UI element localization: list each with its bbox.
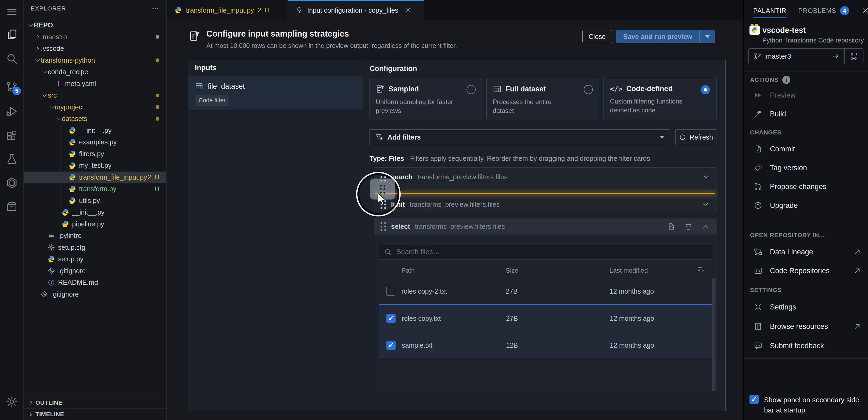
close-tab-icon[interactable]	[405, 7, 411, 13]
settings-gear-icon[interactable]	[0, 392, 24, 411]
card-sampled[interactable]: Sampled Uniform sampling for faster prev…	[370, 78, 482, 119]
git-status-badge: U	[155, 185, 159, 193]
file-row-roles-copy[interactable]: ✓ roles copy.txt 27B 12 months ago	[379, 305, 708, 331]
tree-item-examples-py[interactable]: examples.py	[24, 136, 166, 148]
refresh-button[interactable]: Refresh	[675, 129, 716, 145]
tree-item-transforms-python[interactable]: transforms-python	[24, 55, 166, 66]
filter-icon	[375, 133, 383, 141]
chevron-down-icon[interactable]	[702, 173, 710, 181]
delete-icon[interactable]	[684, 222, 692, 231]
filter-card-limit[interactable]: limit transforms_preview.filters.files	[374, 195, 716, 213]
open-data-lineage[interactable]: Data Lineage	[744, 243, 868, 261]
sort-icon[interactable]	[697, 266, 705, 274]
python-icon	[61, 220, 69, 228]
search-icon[interactable]	[0, 49, 24, 68]
tree-item-gitignore-root[interactable]: .gitignore	[24, 289, 166, 300]
tree-item-vscode[interactable]: .vscode	[24, 43, 166, 55]
tab-palantir[interactable]: PALANTIR	[753, 0, 786, 22]
tree-item-setup-cfg[interactable]: setup.cfg	[24, 242, 166, 253]
palantir-extension-icon[interactable]	[0, 173, 24, 192]
submit-feedback-item[interactable]: Submit feedback	[744, 337, 868, 354]
save-options-dropdown[interactable]	[699, 30, 715, 43]
open-code-repositories[interactable]: Code Repositories	[744, 262, 868, 279]
close-panel-icon[interactable]	[861, 6, 868, 15]
select-card-header[interactable]: select transforms_preview.filters.files	[374, 218, 716, 235]
tree-item-transform-py[interactable]: transform.pyU	[24, 183, 166, 195]
python-icon	[68, 185, 76, 193]
tree-item-repo[interactable]: REPO	[24, 19, 166, 31]
checkbox-unchecked[interactable]	[386, 287, 395, 296]
view-code-icon[interactable]	[667, 222, 675, 231]
filter-card-search[interactable]: search transforms_preview.filters.files	[374, 168, 716, 186]
action-upgrade[interactable]: Upgrade	[744, 197, 868, 214]
tab-problems[interactable]: PROBLEMS4	[798, 0, 849, 22]
explorer-more-icon[interactable]	[151, 5, 159, 12]
tree-item-meta-yaml[interactable]: !meta.yaml	[24, 78, 166, 90]
info-icon[interactable]: i	[782, 76, 790, 84]
editor-area: transform_file_input.py 2, U Input confi…	[166, 0, 743, 420]
search-files-input[interactable]	[396, 248, 707, 256]
tree-item-pylintrc[interactable]: .pylintrc	[24, 230, 166, 242]
settings-item[interactable]: Settings	[744, 298, 868, 316]
startup-checkbox[interactable]: ✓	[749, 395, 758, 404]
checkout-arrow-icon[interactable]	[832, 52, 839, 60]
new-branch-button[interactable]	[844, 49, 863, 64]
tree-item-transform-file-input-py[interactable]: transform_file_input.py2, U	[24, 172, 166, 183]
action-preview[interactable]: Preview	[744, 87, 868, 104]
timeline-section[interactable]: TIMELINE	[24, 409, 166, 420]
tree-item-utils-py[interactable]: utils.py	[24, 195, 166, 207]
tab-bar: transform_file_input.py 2, U Input confi…	[166, 0, 743, 21]
input-dataset-item[interactable]: file_dataset Code filter	[188, 76, 363, 110]
tree-item-init-py[interactable]: __init__.py	[24, 125, 166, 137]
tab-input-configuration[interactable]: Input configuration - copy_files	[288, 0, 424, 21]
build-hammer-icon	[754, 110, 763, 118]
branch-selector[interactable]: master3	[749, 49, 844, 64]
action-build[interactable]: Build	[744, 106, 868, 123]
file-row-roles-copy-2[interactable]: roles copy-2.txt 27B 12 months ago	[379, 278, 707, 304]
chevron-up-icon[interactable]	[702, 222, 710, 231]
file-row-sample[interactable]: ✓ sample.txt 12B 12 months ago	[379, 332, 708, 358]
checkbox-checked[interactable]: ✓	[386, 341, 396, 350]
tree-item-maestro[interactable]: .maestro	[24, 31, 166, 43]
card-full-dataset[interactable]: Full dataset Processes the entire datase…	[487, 78, 599, 119]
tab-transform-file-input[interactable]: transform_file_input.py 2, U	[166, 0, 288, 21]
tree-item-my-test-py[interactable]: my_test.py	[24, 160, 166, 172]
tree-item-src[interactable]: src	[24, 90, 166, 101]
testing-icon[interactable]	[0, 150, 24, 169]
radio-full-dataset[interactable]	[584, 85, 593, 94]
close-button[interactable]: Close	[582, 30, 612, 43]
tree-item-gitignore[interactable]: .gitignore	[24, 265, 166, 277]
run-debug-icon[interactable]	[0, 102, 24, 121]
tree-item-pipeline-py[interactable]: pipeline.py	[24, 218, 166, 230]
action-commit[interactable]: Commit	[744, 140, 868, 157]
tree-item-readme-md[interactable]: README.md	[24, 277, 166, 289]
tree-item-conda-recipe[interactable]: conda_recipe	[24, 66, 166, 78]
tree-item-datasets[interactable]: datasets	[24, 113, 166, 125]
source-control-icon[interactable]: 5	[0, 77, 24, 96]
archive-icon[interactable]	[0, 197, 24, 216]
preview-icon	[754, 91, 763, 99]
list-icon	[47, 232, 55, 240]
radio-code-defined[interactable]	[701, 85, 710, 94]
tree-item-filters-py[interactable]: filters.py	[24, 148, 166, 160]
tree-item-setup-py[interactable]: setup.py	[24, 253, 166, 265]
card-code-defined[interactable]: </>Code-defined Custom filtering functio…	[603, 78, 716, 119]
chevron-down-icon[interactable]	[702, 200, 710, 208]
add-filters-dropdown[interactable]: Add filters	[370, 129, 670, 145]
tree-item-init-py-2[interactable]: __init__.py	[24, 207, 166, 218]
outline-section[interactable]: OUTLINE	[24, 397, 166, 409]
tree-item-myproject[interactable]: myproject	[24, 101, 166, 113]
configuration-panel: Configuration Sampled Uniform sampling f…	[363, 60, 725, 411]
problems-badge: 4	[840, 6, 849, 15]
menu-icon[interactable]	[0, 2, 24, 22]
action-propose-changes[interactable]: Propose changes	[744, 178, 868, 195]
table-scrollbar[interactable]	[712, 278, 715, 391]
save-run-preview-button[interactable]: Save and run preview	[616, 30, 699, 43]
external-link-icon	[853, 248, 862, 256]
extensions-icon[interactable]	[0, 126, 24, 146]
browse-resources-item[interactable]: Browse resources	[744, 318, 868, 335]
drag-handle-icon[interactable]	[380, 222, 386, 231]
explorer-icon[interactable]	[0, 25, 24, 44]
action-tag-version[interactable]: Tag version	[744, 159, 868, 176]
checkbox-checked[interactable]: ✓	[386, 314, 396, 323]
